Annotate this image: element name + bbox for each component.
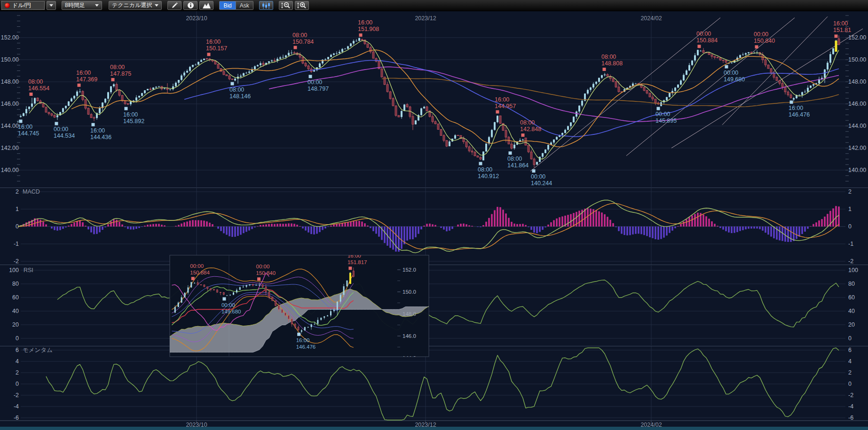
chevron-down-icon bbox=[95, 4, 99, 7]
bid-toggle-button[interactable]: Bid bbox=[219, 1, 236, 10]
candlestick-mode-button[interactable] bbox=[259, 1, 273, 10]
svg-text:150.884: 150.884 bbox=[696, 37, 718, 44]
svg-text:1: 1 bbox=[848, 206, 852, 212]
record-icon bbox=[5, 3, 10, 8]
svg-text:-4: -4 bbox=[14, 403, 19, 410]
zoom-in-icon bbox=[297, 2, 307, 9]
svg-text:140.00: 140.00 bbox=[1, 167, 19, 173]
zoom-out-button[interactable] bbox=[279, 1, 293, 10]
svg-text:148.00: 148.00 bbox=[848, 78, 866, 85]
svg-text:100: 100 bbox=[9, 267, 19, 274]
svg-text:16:00: 16:00 bbox=[76, 70, 91, 76]
svg-text:-2: -2 bbox=[14, 392, 19, 399]
svg-text:147.369: 147.369 bbox=[76, 76, 97, 83]
svg-text:00:00: 00:00 bbox=[221, 302, 235, 308]
svg-text:08:00: 08:00 bbox=[229, 86, 244, 93]
svg-text:00:00: 00:00 bbox=[190, 263, 204, 269]
svg-text:0: 0 bbox=[848, 335, 852, 342]
svg-text:RSI: RSI bbox=[24, 267, 33, 274]
candlestick-icon bbox=[262, 2, 270, 9]
ask-toggle-button[interactable]: Ask bbox=[236, 1, 253, 10]
technical-label: テクニカル選択 bbox=[112, 1, 152, 9]
svg-text:00:00: 00:00 bbox=[724, 70, 738, 76]
svg-text:100: 100 bbox=[848, 267, 858, 274]
svg-text:144.00: 144.00 bbox=[1, 123, 19, 129]
svg-text:152.0: 152.0 bbox=[402, 267, 416, 273]
svg-text:-2: -2 bbox=[848, 392, 853, 399]
svg-text:144.534: 144.534 bbox=[54, 133, 75, 139]
svg-text:146.00: 146.00 bbox=[1, 101, 19, 107]
svg-text:-1: -1 bbox=[848, 241, 853, 247]
svg-text:2: 2 bbox=[16, 188, 19, 195]
svg-text:0: 0 bbox=[848, 223, 852, 230]
svg-text:-2: -2 bbox=[14, 258, 19, 265]
svg-text:08:00: 08:00 bbox=[507, 156, 522, 162]
svg-text:140.244: 140.244 bbox=[531, 180, 552, 187]
svg-text:150.157: 150.157 bbox=[206, 45, 227, 52]
chevron-down-icon bbox=[49, 4, 53, 7]
draw-tool-button[interactable] bbox=[167, 1, 181, 10]
zoom-out-icon bbox=[281, 2, 291, 9]
svg-text:00:00: 00:00 bbox=[256, 264, 270, 269]
svg-text:148.00: 148.00 bbox=[1, 78, 19, 85]
svg-text:142.00: 142.00 bbox=[1, 145, 19, 151]
svg-text:144.436: 144.436 bbox=[90, 134, 111, 141]
svg-text:00:00: 00:00 bbox=[655, 111, 670, 117]
svg-text:149.680: 149.680 bbox=[221, 309, 241, 314]
svg-text:16:00: 16:00 bbox=[90, 127, 105, 134]
svg-text:150.0: 150.0 bbox=[402, 289, 416, 295]
svg-text:2: 2 bbox=[848, 188, 852, 195]
info-icon bbox=[187, 2, 194, 9]
svg-text:16:00: 16:00 bbox=[296, 337, 310, 343]
svg-text:140.912: 140.912 bbox=[478, 173, 499, 180]
svg-text:148.797: 148.797 bbox=[308, 86, 329, 92]
svg-text:08:00: 08:00 bbox=[601, 54, 616, 60]
svg-text:00:00: 00:00 bbox=[531, 173, 545, 180]
svg-text:148.146: 148.146 bbox=[229, 93, 251, 100]
svg-text:08:00: 08:00 bbox=[520, 119, 535, 126]
svg-text:152.00: 152.00 bbox=[1, 34, 19, 41]
svg-text:00:00: 00:00 bbox=[54, 126, 68, 133]
svg-text:80: 80 bbox=[848, 281, 855, 287]
pair-dropdown-button[interactable] bbox=[47, 1, 56, 10]
svg-text:150.840: 150.840 bbox=[256, 270, 276, 276]
status-strip bbox=[0, 427, 868, 430]
pencil-icon bbox=[171, 2, 178, 9]
svg-text:08:00: 08:00 bbox=[478, 166, 492, 173]
svg-text:144.745: 144.745 bbox=[18, 130, 39, 137]
inset-chart-window[interactable]: 152.0150.0148.0146.0144.000:00150.88400:… bbox=[159, 253, 438, 361]
technical-selector[interactable]: テクニカル選択 bbox=[109, 1, 162, 10]
svg-text:151.908: 151.908 bbox=[358, 26, 379, 32]
svg-text:0: 0 bbox=[16, 335, 19, 342]
svg-text:2023/12: 2023/12 bbox=[415, 15, 436, 22]
highlighted-candle bbox=[835, 41, 837, 52]
svg-text:16:00: 16:00 bbox=[789, 105, 803, 111]
svg-text:0: 0 bbox=[848, 381, 852, 387]
zoom-in-button[interactable] bbox=[295, 1, 309, 10]
svg-text:152.00: 152.00 bbox=[848, 34, 866, 41]
svg-text:00:00: 00:00 bbox=[308, 79, 322, 86]
svg-text:-6: -6 bbox=[848, 414, 853, 421]
svg-text:08:00: 08:00 bbox=[28, 78, 43, 85]
chart-canvas[interactable]: 152.00152.00150.00150.00148.00148.00146.… bbox=[0, 11, 868, 430]
svg-text:16:00: 16:00 bbox=[206, 39, 221, 45]
pair-selector[interactable]: ドル/円 bbox=[1, 1, 45, 10]
info-button[interactable] bbox=[183, 1, 197, 10]
svg-text:144.957: 144.957 bbox=[495, 103, 516, 109]
trading-app-window: { "toolbar": { "pair_label": "ドル/円", "ti… bbox=[0, 0, 868, 430]
svg-text:146.00: 146.00 bbox=[848, 101, 866, 107]
svg-text:150.00: 150.00 bbox=[1, 56, 19, 63]
svg-text:16:00: 16:00 bbox=[123, 111, 138, 118]
svg-text:141.864: 141.864 bbox=[507, 162, 529, 169]
pair-label: ドル/円 bbox=[12, 1, 31, 9]
svg-text:16:00: 16:00 bbox=[358, 19, 372, 26]
svg-text:146.0: 146.0 bbox=[402, 333, 416, 339]
timeframe-label: 8時間足 bbox=[65, 1, 85, 9]
svg-text:145.892: 145.892 bbox=[123, 118, 144, 125]
area-chart-button[interactable] bbox=[199, 1, 213, 10]
svg-text:150.884: 150.884 bbox=[190, 270, 210, 275]
timeframe-selector[interactable]: 8時間足 bbox=[62, 1, 102, 10]
svg-text:146.476: 146.476 bbox=[789, 111, 810, 118]
svg-text:16:00: 16:00 bbox=[18, 124, 32, 130]
svg-text:60: 60 bbox=[12, 294, 19, 301]
